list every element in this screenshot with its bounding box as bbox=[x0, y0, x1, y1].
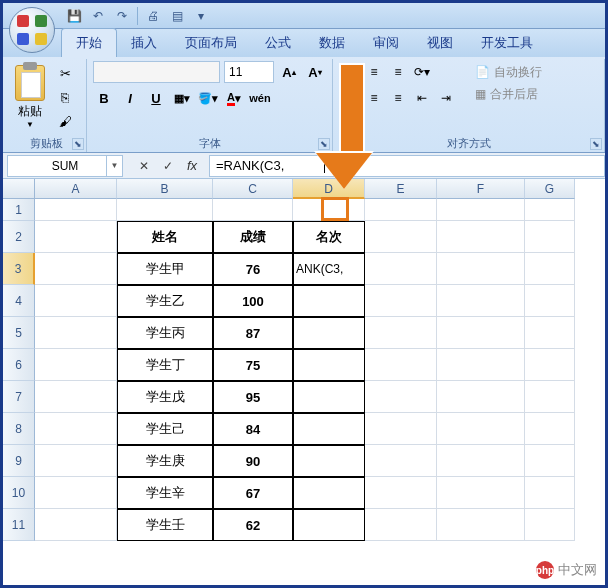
tab-insert[interactable]: 插入 bbox=[117, 29, 171, 57]
select-all-corner[interactable] bbox=[3, 179, 35, 199]
cell[interactable] bbox=[365, 199, 437, 221]
tab-data[interactable]: 数据 bbox=[305, 29, 359, 57]
cell[interactable] bbox=[293, 477, 365, 509]
col-header-E[interactable]: E bbox=[365, 179, 437, 199]
font-size-combo[interactable] bbox=[224, 61, 274, 83]
cell[interactable] bbox=[525, 317, 575, 349]
underline-button[interactable]: U bbox=[145, 87, 167, 109]
col-header-C[interactable]: C bbox=[213, 179, 293, 199]
tab-view[interactable]: 视图 bbox=[413, 29, 467, 57]
cell[interactable]: 90 bbox=[213, 445, 293, 477]
cell[interactable] bbox=[293, 317, 365, 349]
cell[interactable]: 名次 bbox=[293, 221, 365, 253]
col-header-A[interactable]: A bbox=[35, 179, 117, 199]
cell[interactable] bbox=[293, 509, 365, 541]
cell[interactable] bbox=[437, 199, 525, 221]
qat-print-button[interactable]: 🖨 bbox=[142, 5, 164, 27]
bold-button[interactable]: B bbox=[93, 87, 115, 109]
cell[interactable] bbox=[365, 477, 437, 509]
cell[interactable]: 姓名 bbox=[117, 221, 213, 253]
cell[interactable] bbox=[437, 381, 525, 413]
cell[interactable]: 学生己 bbox=[117, 413, 213, 445]
fill-color-button[interactable]: 🪣▾ bbox=[197, 87, 219, 109]
cell[interactable] bbox=[437, 349, 525, 381]
cell[interactable] bbox=[525, 477, 575, 509]
cell[interactable] bbox=[525, 381, 575, 413]
border-button[interactable]: ▦▾ bbox=[171, 87, 193, 109]
cell[interactable]: 学生丁 bbox=[117, 349, 213, 381]
cell[interactable] bbox=[525, 221, 575, 253]
font-dialog-launcher[interactable]: ⬊ bbox=[318, 138, 330, 150]
cell[interactable] bbox=[437, 221, 525, 253]
cell[interactable] bbox=[365, 381, 437, 413]
orientation-button[interactable]: ⟳▾ bbox=[411, 61, 433, 83]
row-header-1[interactable]: 1 bbox=[3, 199, 35, 221]
merge-center-button[interactable]: ▦ 合并后居 bbox=[469, 83, 548, 105]
cell[interactable]: 学生庚 bbox=[117, 445, 213, 477]
qat-more-button[interactable]: ▤ bbox=[166, 5, 188, 27]
cell[interactable]: 学生戊 bbox=[117, 381, 213, 413]
cell[interactable]: 成绩 bbox=[213, 221, 293, 253]
cell[interactable] bbox=[525, 413, 575, 445]
cell[interactable] bbox=[35, 509, 117, 541]
row-header-4[interactable]: 4 bbox=[3, 285, 35, 317]
accept-formula-button[interactable]: ✓ bbox=[159, 157, 177, 175]
paste-button[interactable]: 粘贴 ▼ bbox=[9, 61, 51, 133]
cell[interactable] bbox=[437, 253, 525, 285]
row-header-9[interactable]: 9 bbox=[3, 445, 35, 477]
cell[interactable] bbox=[525, 253, 575, 285]
cell[interactable] bbox=[35, 221, 117, 253]
name-box-dropdown[interactable]: ▼ bbox=[106, 156, 122, 176]
cell[interactable]: 100 bbox=[213, 285, 293, 317]
cell[interactable]: 学生壬 bbox=[117, 509, 213, 541]
cell[interactable]: 62 bbox=[213, 509, 293, 541]
cell[interactable]: 学生丙 bbox=[117, 317, 213, 349]
tab-page-layout[interactable]: 页面布局 bbox=[171, 29, 251, 57]
cell[interactable] bbox=[437, 285, 525, 317]
cell[interactable] bbox=[35, 199, 117, 221]
decrease-font-button[interactable]: A▾ bbox=[304, 61, 326, 83]
cell[interactable] bbox=[525, 199, 575, 221]
cell[interactable] bbox=[213, 199, 293, 221]
cell[interactable] bbox=[525, 509, 575, 541]
cell[interactable] bbox=[293, 285, 365, 317]
italic-button[interactable]: I bbox=[119, 87, 141, 109]
qat-redo-button[interactable]: ↷ bbox=[111, 5, 133, 27]
increase-indent-button[interactable]: ⇥ bbox=[435, 87, 457, 109]
align-bottom-button[interactable]: ≡ bbox=[387, 61, 409, 83]
cell[interactable] bbox=[293, 349, 365, 381]
alignment-dialog-launcher[interactable]: ⬊ bbox=[590, 138, 602, 150]
cell[interactable]: 学生辛 bbox=[117, 477, 213, 509]
cell[interactable] bbox=[437, 317, 525, 349]
col-header-F[interactable]: F bbox=[437, 179, 525, 199]
cell[interactable]: 95 bbox=[213, 381, 293, 413]
cell[interactable] bbox=[35, 285, 117, 317]
cell[interactable] bbox=[35, 317, 117, 349]
cell[interactable]: 84 bbox=[213, 413, 293, 445]
qat-dropdown-button[interactable]: ▾ bbox=[190, 5, 212, 27]
row-header-8[interactable]: 8 bbox=[3, 413, 35, 445]
tab-developer[interactable]: 开发工具 bbox=[467, 29, 547, 57]
cell[interactable] bbox=[35, 253, 117, 285]
cell[interactable] bbox=[365, 445, 437, 477]
format-painter-button[interactable]: 🖌 bbox=[53, 111, 77, 131]
cell[interactable] bbox=[437, 477, 525, 509]
cell[interactable]: ANK(C3, bbox=[293, 253, 365, 285]
cell[interactable] bbox=[365, 221, 437, 253]
cell[interactable] bbox=[35, 349, 117, 381]
col-header-B[interactable]: B bbox=[117, 179, 213, 199]
row-header-6[interactable]: 6 bbox=[3, 349, 35, 381]
qat-save-button[interactable]: 💾 bbox=[63, 5, 85, 27]
cell[interactable] bbox=[525, 445, 575, 477]
copy-button[interactable]: ⎘ bbox=[53, 87, 77, 107]
row-header-5[interactable]: 5 bbox=[3, 317, 35, 349]
cell[interactable]: 75 bbox=[213, 349, 293, 381]
phonetic-button[interactable]: wén bbox=[249, 87, 271, 109]
clipboard-dialog-launcher[interactable]: ⬊ bbox=[72, 138, 84, 150]
cell[interactable] bbox=[293, 413, 365, 445]
cell[interactable] bbox=[293, 445, 365, 477]
cell[interactable]: 67 bbox=[213, 477, 293, 509]
cut-button[interactable]: ✂ bbox=[53, 63, 77, 83]
cell[interactable] bbox=[365, 349, 437, 381]
office-button[interactable] bbox=[9, 7, 55, 53]
